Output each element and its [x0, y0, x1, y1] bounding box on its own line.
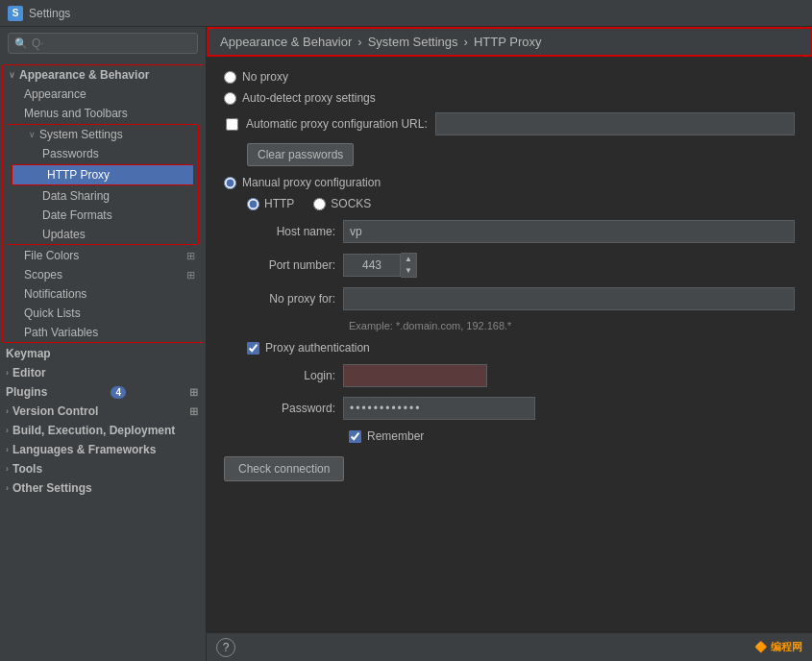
- manual-proxy-label: Manual proxy configuration: [242, 176, 381, 189]
- no-proxy-label: No proxy: [242, 70, 288, 84]
- settings-icon: ⊞: [186, 269, 195, 282]
- nav-tree: ∨ Appearance & Behavior Appearance Menus…: [0, 60, 206, 661]
- sidebar-item-label: Menus and Toolbars: [24, 107, 128, 120]
- sidebar-item-path-variables[interactable]: Path Variables: [3, 323, 203, 342]
- sidebar-item-label: Data Sharing: [42, 189, 110, 203]
- sidebar-item-label: Plugins: [6, 385, 47, 399]
- host-name-input[interactable]: [343, 220, 795, 243]
- port-number-label: Port number:: [247, 258, 343, 272]
- logo-icon: 🔶: [754, 641, 768, 652]
- auto-proxy-config-checkbox[interactable]: [226, 118, 238, 131]
- auto-proxy-config-row: Automatic proxy configuration URL:: [224, 112, 795, 135]
- sidebar-item-http-proxy[interactable]: HTTP Proxy: [12, 165, 193, 184]
- password-row: Password:: [224, 397, 795, 420]
- clear-passwords-button[interactable]: Clear passwords: [247, 143, 354, 166]
- sidebar-item-version-control[interactable]: › Version Control ⊞: [0, 402, 206, 421]
- sidebar-item-label: File Colors: [24, 249, 79, 262]
- chevron-icon: ∨: [9, 70, 15, 80]
- http-radio[interactable]: [247, 198, 259, 210]
- sidebar-item-label: Keymap: [6, 347, 51, 360]
- port-down-button[interactable]: ▼: [401, 265, 416, 277]
- sidebar-item-updates[interactable]: Updates: [8, 225, 198, 244]
- remember-checkbox[interactable]: [349, 430, 361, 443]
- search-input[interactable]: [32, 37, 191, 50]
- sidebar-item-label: Date Formats: [42, 208, 112, 222]
- port-spinner-group: ▲ ▼: [343, 253, 417, 278]
- sidebar-item-label: System Settings: [39, 128, 123, 141]
- logo-text: 编程网: [771, 641, 802, 652]
- help-button[interactable]: ?: [216, 638, 235, 657]
- chevron-icon: ›: [6, 483, 9, 493]
- sidebar-item-label: Appearance: [24, 87, 86, 101]
- socks-label: SOCKS: [331, 197, 371, 210]
- sidebar-item-tools[interactable]: › Tools: [0, 459, 206, 478]
- http-socks-row: HTTP SOCKS: [224, 197, 795, 210]
- example-text: Example: *.domain.com, 192.168.*: [224, 320, 795, 331]
- breadcrumb-sep1: ›: [357, 35, 361, 49]
- auto-detect-row: Auto-detect proxy settings: [224, 91, 795, 105]
- port-spinners: ▲ ▼: [401, 253, 417, 278]
- remember-label: Remember: [367, 429, 424, 443]
- bottom-bar: ? 🔶 编程网: [207, 632, 812, 661]
- sidebar-item-quick-lists[interactable]: Quick Lists: [3, 304, 203, 323]
- sidebar-item-data-sharing[interactable]: Data Sharing: [8, 186, 198, 206]
- auto-detect-radio[interactable]: [224, 92, 236, 105]
- sidebar-item-passwords[interactable]: Passwords: [8, 144, 198, 163]
- chevron-icon: ›: [6, 406, 9, 416]
- sidebar-item-keymap[interactable]: Keymap: [0, 344, 206, 363]
- window-title: Settings: [29, 7, 70, 20]
- manual-proxy-section: Manual proxy configuration HTTP SOCKS: [224, 176, 795, 443]
- no-proxy-for-label: No proxy for:: [247, 292, 343, 306]
- sidebar-item-notifications[interactable]: Notifications: [3, 284, 203, 304]
- port-input[interactable]: [343, 254, 401, 277]
- socks-radio[interactable]: [313, 198, 326, 210]
- manual-proxy-radio[interactable]: [224, 177, 236, 189]
- chevron-icon: ›: [6, 368, 9, 378]
- sidebar: 🔍 ∨ Appearance & Behavior Appearance Men…: [0, 27, 207, 661]
- port-number-row: Port number: ▲ ▼: [224, 253, 795, 278]
- sidebar-item-languages-frameworks[interactable]: › Languages & Frameworks: [0, 440, 206, 459]
- form-area: No proxy Auto-detect proxy settings Auto…: [207, 57, 812, 632]
- sidebar-item-appearance-behavior[interactable]: ∨ Appearance & Behavior: [3, 65, 203, 85]
- sidebar-item-file-colors[interactable]: File Colors ⊞: [3, 246, 203, 265]
- chevron-icon: ›: [6, 426, 9, 435]
- check-connection-button[interactable]: Check connection: [224, 456, 344, 481]
- sidebar-item-other-settings[interactable]: › Other Settings: [0, 478, 206, 498]
- proxy-auth-section: Proxy authentication Login: Password:: [224, 341, 795, 443]
- sidebar-item-label: Scopes: [24, 268, 62, 282]
- chevron-icon: ∨: [29, 130, 36, 139]
- sidebar-item-editor[interactable]: › Editor: [0, 363, 206, 382]
- search-icon: 🔍: [14, 37, 28, 50]
- sidebar-item-label: Version Control: [12, 404, 98, 418]
- sidebar-item-system-settings[interactable]: ∨ System Settings: [8, 125, 198, 144]
- search-box[interactable]: 🔍: [8, 33, 198, 54]
- sidebar-item-label: Tools: [12, 462, 42, 476]
- sidebar-item-label: Quick Lists: [24, 306, 81, 320]
- chevron-icon: ›: [6, 445, 9, 454]
- sidebar-item-scopes[interactable]: Scopes ⊞: [3, 265, 203, 284]
- sidebar-item-label: Passwords: [42, 147, 99, 160]
- sidebar-item-date-formats[interactable]: Date Formats: [8, 206, 198, 225]
- chevron-icon: ›: [6, 464, 9, 474]
- auto-detect-label: Auto-detect proxy settings: [242, 91, 376, 105]
- sidebar-item-menus-toolbars[interactable]: Menus and Toolbars: [3, 104, 203, 123]
- remember-row: Remember: [224, 429, 795, 443]
- no-proxy-for-row: No proxy for:: [224, 287, 795, 310]
- sidebar-item-build-exec-deploy[interactable]: › Build, Execution, Deployment: [0, 421, 206, 440]
- settings-icon: ⊞: [189, 405, 198, 418]
- no-proxy-for-input[interactable]: [343, 287, 795, 310]
- no-proxy-radio[interactable]: [224, 71, 236, 84]
- auto-proxy-config-label: Automatic proxy configuration URL:: [246, 117, 428, 131]
- sidebar-item-label: Languages & Frameworks: [12, 443, 156, 456]
- host-name-label: Host name:: [247, 225, 343, 238]
- bottom-logo: 🔶 编程网: [754, 640, 802, 654]
- login-input[interactable]: [343, 364, 487, 387]
- auto-proxy-url-input[interactable]: [435, 112, 795, 135]
- proxy-auth-checkbox[interactable]: [247, 342, 259, 355]
- password-input[interactable]: [343, 397, 535, 420]
- port-up-button[interactable]: ▲: [401, 254, 416, 265]
- sidebar-item-plugins[interactable]: Plugins 4 ⊞: [0, 382, 206, 402]
- sidebar-item-appearance[interactable]: Appearance: [3, 85, 203, 104]
- manual-proxy-header: Manual proxy configuration: [224, 176, 795, 189]
- sidebar-item-label: Updates: [42, 228, 86, 241]
